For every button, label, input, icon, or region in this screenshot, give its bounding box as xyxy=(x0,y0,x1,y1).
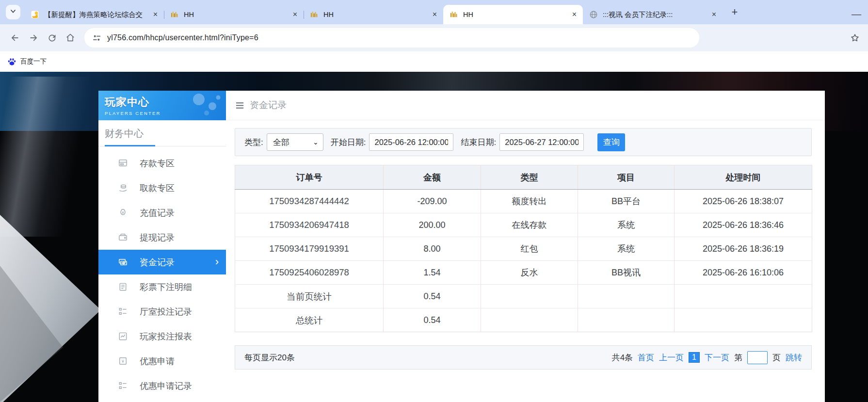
sidebar-item-label: 提现记录 xyxy=(140,232,175,243)
gamepad-icon xyxy=(186,92,224,119)
browser-tab[interactable]: HH× xyxy=(443,5,583,24)
table-cell: 2025-06-26 16:10:06 xyxy=(675,261,812,285)
sidebar-item-label: 彩票下注明细 xyxy=(140,281,192,293)
window-minimize-button[interactable]: — xyxy=(852,9,861,20)
tab-close-icon[interactable]: × xyxy=(290,10,300,19)
browser-chrome: 【新提醒】海燕策略论坛综合交×HH×HH×HH×:::视讯 会员下注纪录:::×… xyxy=(0,0,868,72)
baidu-paw-icon xyxy=(7,57,16,66)
sidebar-item-promo-apply[interactable]: ¥优惠申请 xyxy=(98,349,226,373)
gold-logo-icon xyxy=(170,10,179,19)
forward-icon xyxy=(28,32,39,43)
next-page-link[interactable]: 下一页 xyxy=(705,352,729,363)
caret-down-icon: ⌄ xyxy=(313,138,319,146)
browser-tab[interactable]: :::视讯 会员下注纪录:::× xyxy=(583,5,723,24)
pagination-bar: 每页显示20条 共4条 首页 上一页 1 下一页 第 页 跳转 xyxy=(235,345,812,370)
end-date-input[interactable] xyxy=(499,133,584,151)
browser-tab[interactable]: 【新提醒】海燕策略论坛综合交× xyxy=(24,5,164,24)
address-bar[interactable]: yl756.com/hhcp/usercenter.html?iniType=6 xyxy=(84,28,699,48)
per-page-label: 每页显示20条 xyxy=(244,352,295,363)
query-button[interactable]: 查询 xyxy=(597,133,625,151)
tab-title: HH xyxy=(463,11,567,18)
prev-page-link[interactable]: 上一页 xyxy=(659,352,684,363)
table-cell: 在线存款 xyxy=(481,213,578,237)
table-cell: 额度转出 xyxy=(481,190,578,213)
tab-close-icon[interactable]: × xyxy=(570,10,579,19)
table-row: 17509254060289781.54反水BB视讯2025-06-26 16:… xyxy=(235,261,812,285)
table-cell xyxy=(481,308,578,332)
new-tab-button[interactable]: + xyxy=(727,5,742,19)
sidebar-item-recharge-record[interactable]: ¥充值记录 xyxy=(98,200,226,225)
sidebar-item-label: 取款专区 xyxy=(140,182,175,194)
sidebar-item-funds-record[interactable]: 资金记录› xyxy=(98,250,226,274)
table-row: 1750934287444442-209.00额度转出BB平台2025-06-2… xyxy=(235,190,812,213)
reload-icon xyxy=(47,33,57,43)
sidebar-item-label: 充值记录 xyxy=(140,207,175,219)
bookmark-item-baidu[interactable]: 百度一下 xyxy=(20,57,47,66)
gold-logo-icon xyxy=(449,10,459,19)
browser-toolbar: yl756.com/hhcp/usercenter.html?iniType=6 xyxy=(0,24,868,51)
total-count-label: 共4条 xyxy=(612,352,633,363)
forward-button[interactable] xyxy=(24,29,43,47)
tabs-container: 【新提醒】海燕策略论坛综合交×HH×HH×HH×:::视讯 会员下注纪录:::× xyxy=(24,5,723,24)
player-bet-report-icon xyxy=(118,331,129,342)
sidebar-item-deposit-zone[interactable]: 存款专区 xyxy=(98,151,226,176)
withdraw-record-icon xyxy=(118,232,129,243)
star-icon xyxy=(850,32,860,43)
bookmark-star-button[interactable] xyxy=(850,32,860,43)
tab-close-icon[interactable]: × xyxy=(430,10,439,19)
table-header-cell: 金额 xyxy=(384,165,481,190)
sidebar-item-hall-bet-record[interactable]: 厅室投注记录 xyxy=(98,299,226,324)
sidebar-section-title: 财务中心 xyxy=(98,120,226,140)
funds-record-icon xyxy=(118,257,129,268)
sidebar-menu: 存款专区取款专区¥充值记录提现记录资金记录›彩票下注明细厅室投注记录玩家投注报表… xyxy=(98,146,226,398)
table-cell: 1.54 xyxy=(384,261,481,285)
type-select[interactable]: 全部 ⌄ xyxy=(267,133,323,151)
table-header-cell: 处理时间 xyxy=(675,165,812,190)
back-button[interactable] xyxy=(6,29,24,47)
tab-search-button[interactable] xyxy=(6,5,20,19)
table-cell: 系统 xyxy=(578,213,675,237)
jump-button[interactable]: 跳转 xyxy=(786,352,802,363)
current-page-badge[interactable]: 1 xyxy=(689,352,700,363)
start-date-input[interactable] xyxy=(369,133,453,151)
site-info-icon[interactable] xyxy=(92,33,101,43)
sidebar-item-player-bet-report[interactable]: 玩家投注报表 xyxy=(98,324,226,349)
table-header-cell: 项目 xyxy=(578,165,675,190)
background-art xyxy=(0,77,98,237)
sidebar-item-withdraw-record[interactable]: 提现记录 xyxy=(98,225,226,250)
web-page: 玩家中心 PLAYERS CENTER 财务中心 存款专区取款专区¥充值记录提现… xyxy=(0,72,868,402)
tab-close-icon[interactable]: × xyxy=(151,10,160,19)
filter-bar: 类型: 全部 ⌄ 开始日期: 结束日期: 查询 xyxy=(235,128,812,156)
table-header-cell: 订单号 xyxy=(235,165,384,190)
table-cell: 1750934179919391 xyxy=(235,237,384,261)
sidebar-item-promo-apply-record[interactable]: 优惠申请记录 xyxy=(98,373,226,398)
tab-close-icon[interactable]: × xyxy=(709,10,719,19)
home-icon xyxy=(65,32,76,43)
page-jump-input[interactable] xyxy=(747,351,768,364)
table-cell: 系统 xyxy=(578,237,675,261)
table-cell: 2025-06-26 18:36:19 xyxy=(675,237,812,261)
forum-favicon-icon xyxy=(30,10,40,19)
content-header: 资金记录 xyxy=(226,91,825,120)
table-cell xyxy=(675,285,812,308)
table-row: 1750934206947418200.00在线存款系统2025-06-26 1… xyxy=(235,213,812,237)
deposit-zone-icon xyxy=(118,158,129,169)
browser-tab[interactable]: HH× xyxy=(164,5,304,24)
bookmarks-bar: 百度一下 xyxy=(0,51,868,72)
type-label: 类型: xyxy=(244,137,263,148)
globe-icon xyxy=(589,10,598,19)
table-cell: -209.00 xyxy=(384,190,481,213)
home-button[interactable] xyxy=(61,29,80,47)
sidebar-item-label: 优惠申请 xyxy=(140,355,175,367)
sidebar-item-withdraw-zone[interactable]: 取款专区 xyxy=(98,176,226,200)
chevron-down-icon xyxy=(10,8,16,16)
first-page-link[interactable]: 首页 xyxy=(638,352,654,363)
tab-strip: 【新提醒】海燕策略论坛综合交×HH×HH×HH×:::视讯 会员下注纪录:::×… xyxy=(0,0,868,24)
chevron-right-icon: › xyxy=(215,255,219,268)
table-row: 当前页统计0.54 xyxy=(235,285,812,308)
sidebar-item-label: 玩家投注报表 xyxy=(140,331,192,342)
sidebar-item-lottery-bet-detail[interactable]: 彩票下注明细 xyxy=(98,274,226,299)
jump-label-pre: 第 xyxy=(734,352,742,363)
reload-button[interactable] xyxy=(43,29,61,47)
browser-tab[interactable]: HH× xyxy=(304,5,443,24)
